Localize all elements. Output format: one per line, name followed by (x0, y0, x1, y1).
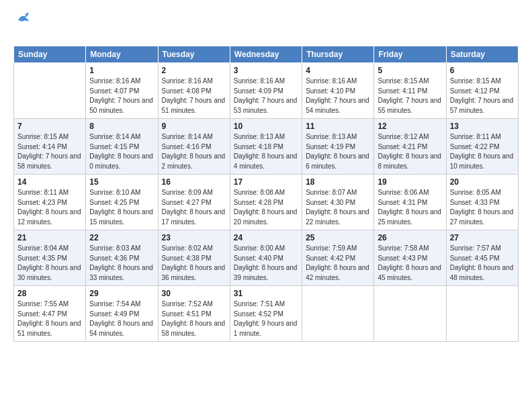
header (13, 11, 519, 39)
day-cell: 19Sunrise: 8:06 AMSunset: 4:31 PMDayligh… (374, 175, 446, 230)
week-row-3: 14Sunrise: 8:11 AMSunset: 4:23 PMDayligh… (14, 175, 519, 230)
day-cell: 7Sunrise: 8:15 AMSunset: 4:14 PMDaylight… (14, 119, 86, 175)
day-info: Sunrise: 7:51 AMSunset: 4:52 PMDaylight:… (234, 300, 298, 338)
day-cell: 3Sunrise: 8:16 AMSunset: 4:09 PMDaylight… (230, 63, 302, 119)
day-number: 27 (450, 233, 515, 242)
day-number: 6 (450, 66, 515, 75)
day-cell: 20Sunrise: 8:05 AMSunset: 4:33 PMDayligh… (446, 175, 518, 230)
day-cell: 26Sunrise: 7:58 AMSunset: 4:43 PMDayligh… (374, 230, 446, 286)
day-number: 5 (378, 66, 442, 75)
day-info: Sunrise: 8:08 AMSunset: 4:28 PMDaylight:… (234, 188, 298, 227)
day-info: Sunrise: 8:16 AMSunset: 4:07 PMDaylight:… (89, 77, 154, 116)
weekday-header-monday: Monday (86, 46, 158, 63)
day-cell: 5Sunrise: 8:15 AMSunset: 4:11 PMDaylight… (374, 63, 446, 119)
day-cell (374, 286, 446, 342)
day-number: 2 (162, 66, 226, 75)
day-number: 15 (89, 177, 154, 187)
day-cell: 15Sunrise: 8:10 AMSunset: 4:25 PMDayligh… (86, 175, 158, 230)
day-info: Sunrise: 8:15 AMSunset: 4:12 PMDaylight:… (450, 77, 515, 116)
day-cell: 18Sunrise: 8:07 AMSunset: 4:30 PMDayligh… (302, 175, 374, 230)
day-cell: 16Sunrise: 8:09 AMSunset: 4:27 PMDayligh… (158, 175, 230, 230)
page: SundayMondayTuesdayWednesdayThursdayFrid… (0, 0, 532, 411)
day-number: 10 (234, 122, 298, 131)
day-cell (14, 63, 86, 119)
day-number: 1 (89, 66, 154, 75)
day-info: Sunrise: 8:10 AMSunset: 4:25 PMDaylight:… (89, 188, 154, 227)
weekday-header-thursday: Thursday (302, 46, 374, 63)
day-number: 11 (306, 122, 370, 131)
day-cell: 31Sunrise: 7:51 AMSunset: 4:52 PMDayligh… (230, 286, 302, 342)
day-number: 18 (306, 177, 370, 187)
weekday-header-friday: Friday (374, 46, 446, 63)
day-number: 30 (162, 289, 226, 298)
day-cell: 6Sunrise: 8:15 AMSunset: 4:12 PMDaylight… (446, 63, 518, 119)
day-number: 22 (89, 233, 154, 242)
day-info: Sunrise: 8:15 AMSunset: 4:14 PMDaylight:… (17, 132, 82, 171)
day-info: Sunrise: 7:59 AMSunset: 4:42 PMDaylight:… (306, 244, 370, 283)
day-number: 19 (378, 177, 442, 187)
day-cell: 30Sunrise: 7:52 AMSunset: 4:51 PMDayligh… (158, 286, 230, 342)
day-info: Sunrise: 8:06 AMSunset: 4:31 PMDaylight:… (378, 188, 442, 227)
day-info: Sunrise: 8:16 AMSunset: 4:09 PMDaylight:… (234, 77, 298, 116)
day-info: Sunrise: 8:16 AMSunset: 4:08 PMDaylight:… (162, 77, 226, 116)
day-info: Sunrise: 8:13 AMSunset: 4:19 PMDaylight:… (306, 132, 370, 171)
day-number: 28 (17, 289, 82, 298)
day-info: Sunrise: 8:04 AMSunset: 4:35 PMDaylight:… (17, 244, 82, 283)
day-cell: 25Sunrise: 7:59 AMSunset: 4:42 PMDayligh… (302, 230, 374, 286)
day-cell: 11Sunrise: 8:13 AMSunset: 4:19 PMDayligh… (302, 119, 374, 175)
day-cell: 24Sunrise: 8:00 AMSunset: 4:40 PMDayligh… (230, 230, 302, 286)
day-cell: 12Sunrise: 8:12 AMSunset: 4:21 PMDayligh… (374, 119, 446, 175)
day-info: Sunrise: 7:55 AMSunset: 4:47 PMDaylight:… (17, 300, 82, 338)
day-cell: 23Sunrise: 8:02 AMSunset: 4:38 PMDayligh… (158, 230, 230, 286)
day-number: 13 (450, 122, 515, 131)
weekday-header-row: SundayMondayTuesdayWednesdayThursdayFrid… (14, 46, 519, 63)
day-number: 20 (450, 177, 515, 187)
day-cell: 13Sunrise: 8:11 AMSunset: 4:22 PMDayligh… (446, 119, 518, 175)
week-row-5: 28Sunrise: 7:55 AMSunset: 4:47 PMDayligh… (14, 286, 519, 342)
day-cell: 2Sunrise: 8:16 AMSunset: 4:08 PMDaylight… (158, 63, 230, 119)
day-number: 23 (162, 233, 226, 242)
weekday-header-tuesday: Tuesday (158, 46, 230, 63)
day-cell: 28Sunrise: 7:55 AMSunset: 4:47 PMDayligh… (14, 286, 86, 342)
day-info: Sunrise: 8:12 AMSunset: 4:21 PMDaylight:… (378, 132, 442, 171)
day-info: Sunrise: 8:07 AMSunset: 4:30 PMDaylight:… (306, 188, 370, 227)
day-number: 17 (234, 177, 298, 187)
day-number: 24 (234, 233, 298, 242)
day-cell: 10Sunrise: 8:13 AMSunset: 4:18 PMDayligh… (230, 119, 302, 175)
week-row-1: 1Sunrise: 8:16 AMSunset: 4:07 PMDaylight… (14, 63, 519, 119)
day-info: Sunrise: 8:13 AMSunset: 4:18 PMDaylight:… (234, 132, 298, 171)
day-number: 9 (162, 122, 226, 131)
day-number: 14 (17, 177, 82, 187)
day-cell: 27Sunrise: 7:57 AMSunset: 4:45 PMDayligh… (446, 230, 518, 286)
weekday-header-wednesday: Wednesday (230, 46, 302, 63)
day-info: Sunrise: 8:11 AMSunset: 4:23 PMDaylight:… (17, 188, 82, 227)
day-cell: 1Sunrise: 8:16 AMSunset: 4:07 PMDaylight… (86, 63, 158, 119)
logo (13, 11, 32, 39)
day-info: Sunrise: 7:58 AMSunset: 4:43 PMDaylight:… (378, 244, 442, 283)
day-info: Sunrise: 8:15 AMSunset: 4:11 PMDaylight:… (378, 77, 442, 116)
week-row-4: 21Sunrise: 8:04 AMSunset: 4:35 PMDayligh… (14, 230, 519, 286)
day-info: Sunrise: 8:02 AMSunset: 4:38 PMDaylight:… (162, 244, 226, 283)
day-info: Sunrise: 8:03 AMSunset: 4:36 PMDaylight:… (89, 244, 154, 283)
day-number: 7 (17, 122, 82, 131)
day-info: Sunrise: 8:16 AMSunset: 4:10 PMDaylight:… (306, 77, 370, 116)
day-number: 12 (378, 122, 442, 131)
day-info: Sunrise: 8:14 AMSunset: 4:16 PMDaylight:… (162, 132, 226, 171)
logo-line1 (13, 11, 32, 26)
day-number: 16 (162, 177, 226, 187)
calendar-header: SundayMondayTuesdayWednesdayThursdayFrid… (14, 46, 519, 63)
day-info: Sunrise: 8:09 AMSunset: 4:27 PMDaylight:… (162, 188, 226, 227)
day-info: Sunrise: 7:57 AMSunset: 4:45 PMDaylight:… (450, 244, 515, 283)
week-row-2: 7Sunrise: 8:15 AMSunset: 4:14 PMDaylight… (14, 119, 519, 175)
day-info: Sunrise: 8:11 AMSunset: 4:22 PMDaylight:… (450, 132, 515, 171)
day-cell: 8Sunrise: 8:14 AMSunset: 4:15 PMDaylight… (86, 119, 158, 175)
day-number: 4 (306, 66, 370, 75)
day-cell: 21Sunrise: 8:04 AMSunset: 4:35 PMDayligh… (14, 230, 86, 286)
day-number: 26 (378, 233, 442, 242)
day-cell: 22Sunrise: 8:03 AMSunset: 4:36 PMDayligh… (86, 230, 158, 286)
day-cell: 14Sunrise: 8:11 AMSunset: 4:23 PMDayligh… (14, 175, 86, 230)
day-number: 3 (234, 66, 298, 75)
day-number: 31 (234, 289, 298, 298)
weekday-header-sunday: Sunday (14, 46, 86, 63)
day-number: 8 (89, 122, 154, 131)
